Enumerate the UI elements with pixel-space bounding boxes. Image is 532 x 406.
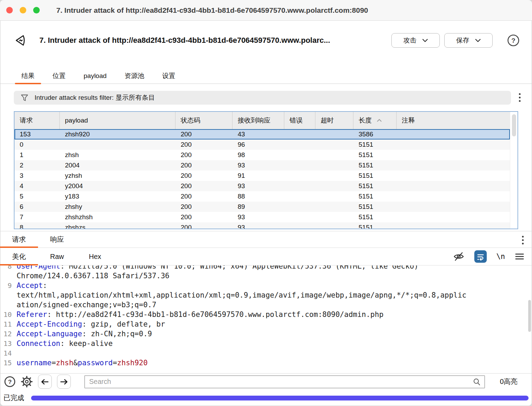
column-header-label: 长度: [359, 116, 372, 125]
results-table: 请求payload状态码接收到响应错误超时长度注释 153zhsh9202004…: [14, 111, 518, 229]
table-cell: 5151: [353, 160, 397, 171]
line-content: User-Agent: Mozilla/5.0 (Windows NT 10.0…: [17, 265, 418, 271]
tab-设置[interactable]: 设置: [155, 68, 183, 84]
help-icon[interactable]: ?: [507, 34, 520, 47]
table-cell: 1: [15, 150, 60, 160]
message-panel: 请求响应 美化RawHex: [0, 231, 532, 373]
eye-off-icon[interactable]: [453, 251, 465, 262]
next-match-button[interactable]: [57, 375, 71, 389]
table-cell: 5151: [353, 191, 397, 202]
message-tab-请求[interactable]: 请求: [0, 231, 38, 248]
editor-line: 9Accept:: [0, 281, 532, 290]
table-cell: 3: [15, 171, 60, 181]
table-cell: 93: [232, 222, 284, 229]
view-tab-Hex[interactable]: Hex: [76, 248, 114, 265]
sort-asc-icon: [377, 119, 382, 122]
editor-line: 14: [0, 348, 532, 358]
kebab-menu-icon[interactable]: [522, 236, 524, 244]
attack-header: 7. Intruder attack of http://ea8d2f41-c9…: [0, 33, 532, 48]
word-wrap-icon[interactable]: [474, 250, 487, 263]
table-cell: yzhsh: [60, 171, 175, 181]
column-header-label: 注释: [402, 116, 415, 125]
view-tab-美化[interactable]: 美化: [0, 248, 38, 265]
save-button[interactable]: 保存: [444, 33, 493, 48]
table-cell: 91: [232, 171, 284, 181]
table-cell: 4: [15, 181, 60, 191]
column-header[interactable]: 超时: [315, 112, 353, 129]
hamburger-icon[interactable]: [515, 253, 524, 260]
column-header[interactable]: 状态码: [175, 112, 232, 129]
table-cell: [315, 222, 353, 229]
search-toolbar: ? 0高亮: [0, 373, 532, 390]
table-row[interactable]: 0200965151: [15, 139, 510, 150]
window-title: 7. Intruder attack of http://ea8d2f41-c9…: [56, 6, 368, 14]
view-tab-Raw[interactable]: Raw: [38, 248, 76, 265]
table-cell: 5151: [353, 212, 397, 222]
table-row[interactable]: 8zhshzs200935151: [15, 222, 510, 229]
table-cell: [284, 129, 315, 139]
request-editor[interactable]: 8User-Agent: Mozilla/5.0 (Windows NT 10.…: [0, 265, 532, 373]
message-tab-响应[interactable]: 响应: [38, 231, 76, 248]
line-content: [17, 348, 21, 358]
line-content: Accept:: [17, 281, 47, 290]
editor-scrollbar-thumb[interactable]: [528, 300, 531, 332]
table-cell: 6: [15, 202, 60, 212]
table-cell: [397, 191, 510, 202]
tab-payload[interactable]: payload: [76, 68, 114, 84]
help-icon[interactable]: ?: [4, 376, 16, 387]
table-cell: zhshy: [60, 202, 175, 212]
table-cell: [284, 139, 315, 150]
highlight-count: 0高亮: [500, 377, 517, 386]
attack-button[interactable]: 攻击: [391, 33, 440, 48]
column-header[interactable]: payload: [60, 112, 175, 129]
table-cell: [315, 129, 353, 139]
table-cell: [284, 191, 315, 202]
table-scrollbar[interactable]: [510, 112, 517, 229]
table-cell: 0: [15, 139, 60, 150]
table-cell: [397, 139, 510, 150]
newline-icon[interactable]: \n: [496, 252, 505, 261]
column-header-label: 超时: [321, 116, 334, 125]
column-header[interactable]: 长度: [353, 112, 397, 129]
table-row[interactable]: 7zhshzhsh200935151: [15, 212, 510, 222]
close-traffic-light[interactable]: [6, 7, 13, 13]
table-cell: zhsh: [60, 150, 175, 160]
column-header[interactable]: 注释: [397, 112, 510, 129]
table-cell: 5151: [353, 202, 397, 212]
table-row[interactable]: 22004200935151: [15, 160, 510, 171]
column-header-label: 接收到响应: [238, 116, 270, 125]
line-number: 14: [0, 348, 17, 358]
kebab-menu-icon[interactable]: [519, 93, 521, 102]
column-header[interactable]: 错误: [284, 112, 315, 129]
table-row[interactable]: 1zhsh200985151: [15, 150, 510, 160]
table-cell: 200: [175, 212, 232, 222]
table-row[interactable]: 6zhshy200895151: [15, 202, 510, 212]
minimize-traffic-light[interactable]: [20, 7, 26, 13]
line-content: Chrome/124.0.6367.118 Safari/537.36: [17, 271, 170, 281]
column-header[interactable]: 请求: [15, 112, 60, 129]
view-tabs: 美化RawHex \n: [0, 248, 532, 265]
tab-位置[interactable]: 位置: [45, 68, 73, 84]
table-scrollbar-thumb[interactable]: [512, 114, 516, 136]
gear-icon[interactable]: [21, 376, 33, 388]
prev-match-button[interactable]: [38, 375, 52, 389]
column-header[interactable]: 接收到响应: [232, 112, 284, 129]
results-table-header: 请求payload状态码接收到响应错误超时长度注释: [15, 112, 510, 129]
table-row[interactable]: 4y2004200935151: [15, 181, 510, 191]
line-content: username=zhsh&password=zhsh920: [17, 358, 148, 368]
editor-line: 15username=zhsh&password=zhsh920: [0, 358, 532, 368]
table-cell: 3586: [353, 129, 397, 139]
intruder-window: 7. Intruder attack of http://ea8d2f41-c9…: [0, 0, 532, 406]
results-filter-bar[interactable]: Intruder attack results filter: 显示所有条目: [14, 91, 511, 105]
search-input[interactable]: [89, 378, 473, 386]
table-cell: 5151: [353, 181, 397, 191]
tab-资源池[interactable]: 资源池: [117, 68, 152, 84]
tab-结果[interactable]: 结果: [14, 68, 42, 84]
table-row[interactable]: 3yzhsh200915151: [15, 171, 510, 181]
line-content: text/html,application/xhtml+xml,applicat…: [17, 290, 466, 300]
table-row[interactable]: 153zhsh920200433586: [15, 129, 510, 139]
line-number: [0, 300, 17, 310]
titlebar: 7. Intruder attack of http://ea8d2f41-c9…: [0, 0, 532, 21]
zoom-traffic-light[interactable]: [33, 7, 40, 13]
table-row[interactable]: 5y183200885151: [15, 191, 510, 202]
